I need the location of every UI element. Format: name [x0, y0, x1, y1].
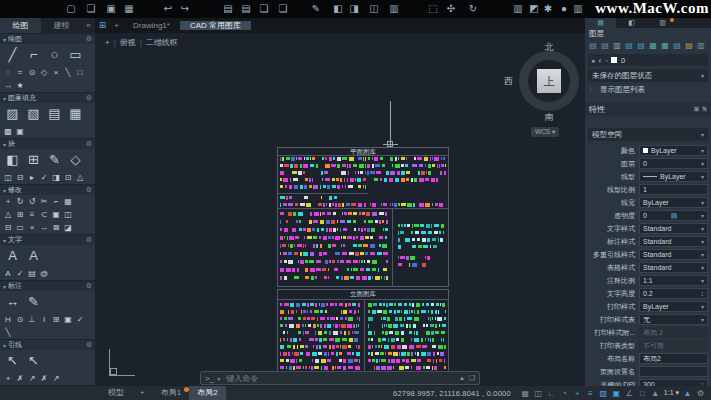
trim-tool-icon[interactable]: ✂ [38, 195, 50, 208]
chevron-down-icon[interactable]: ▾ [701, 264, 704, 271]
panel-tab-blocks[interactable]: ◧ [616, 18, 647, 28]
property-value[interactable]: 0.2↕ [639, 288, 708, 299]
gear-icon[interactable]: ⚙ [86, 236, 92, 244]
property-value[interactable]: Standard▾ [639, 249, 708, 260]
gradient-tool-icon[interactable]: ▤ [44, 103, 65, 125]
lineweight-icon[interactable]: ≡ [584, 389, 597, 398]
quick-select-icon[interactable]: ✎ [702, 106, 707, 112]
block-define-icon[interactable]: ⊟ [14, 171, 26, 184]
hatch-edit-icon[interactable]: ▩ [2, 125, 14, 138]
drawing-canvas[interactable]: +|俯视|二维线框 北 南 西 东 上 WCS ▾ 平面图库立面图库 >_ ▾ … [95, 33, 585, 386]
layer-thaw-icon[interactable]: ▦ [659, 40, 671, 52]
open-file-icon[interactable]: ❏ [83, 1, 99, 17]
transparency-icon[interactable]: ▤ [671, 212, 678, 220]
xref-attach-icon[interactable]: ◨ [346, 1, 362, 17]
viewport-control-1[interactable]: + [105, 38, 110, 47]
radius-dim-icon[interactable]: ⊙ [14, 313, 26, 326]
layer-properties-icon[interactable]: ▥ [386, 1, 402, 17]
circle-tool-icon[interactable]: ○ [44, 44, 65, 66]
command-input[interactable]: 键入命令 [226, 373, 455, 384]
property-value[interactable] [639, 366, 708, 377]
property-value[interactable]: ByLayer▾ [639, 145, 708, 156]
property-value[interactable]: ByLayer▾ [639, 171, 708, 182]
tolerance-icon[interactable]: ✓ [74, 313, 86, 326]
gear-icon[interactable]: ⚙ [86, 282, 92, 290]
angular-dim-icon[interactable]: I [38, 313, 50, 326]
array-tool-icon[interactable]: ▦ [62, 195, 74, 208]
section-header-文字[interactable]: ▾文字⚙ [0, 234, 95, 245]
center-mark-icon[interactable]: ▣ [62, 313, 74, 326]
boundary-tool-icon[interactable]: ▦ [65, 103, 86, 125]
selection-cycling-icon[interactable]: ▣ [610, 389, 623, 398]
linear-dim-tool-icon[interactable]: ↔ [2, 291, 23, 313]
region-tool-icon[interactable]: □ [74, 66, 86, 79]
chevron-down-icon[interactable]: ▾ [701, 277, 704, 284]
new-file-icon[interactable]: ▢ [63, 1, 79, 17]
plot-preview-icon[interactable]: ▤ [238, 1, 254, 17]
redo-icon[interactable]: ↪ [177, 1, 193, 17]
property-value[interactable]: 1 [639, 184, 708, 195]
copy-clip-icon[interactable]: ❏ [256, 1, 272, 17]
quick-dim-tool-icon[interactable]: ✎ [23, 291, 44, 313]
ordinate-dim-icon[interactable]: ⊥ [26, 313, 38, 326]
single-text-tool-icon[interactable]: A [23, 245, 44, 267]
chevron-down-icon[interactable]: ▾ [701, 303, 704, 310]
mtext-tool-icon[interactable]: A [2, 245, 23, 267]
layout-tab-布局2[interactable]: 布局2 [189, 386, 225, 400]
extend-tool-icon[interactable]: ⊂ [38, 208, 50, 221]
grid-icon[interactable]: ▦ [519, 389, 532, 398]
insert-block-icon[interactable]: ◧ [330, 1, 346, 17]
point-tool-icon[interactable]: × [50, 66, 62, 79]
show-layer-list-row[interactable]: 〉显示图层列表 [589, 85, 645, 95]
chevron-down-icon[interactable]: ▾ [701, 212, 704, 219]
layer-freeze-icon[interactable]: ▦ [647, 40, 659, 52]
line-tool-icon[interactable]: ╱ [2, 44, 23, 66]
wcs-dropdown[interactable]: WCS ▾ [531, 127, 559, 137]
lengthen-tool-icon[interactable]: ↔ [38, 221, 50, 234]
chevron-down-icon[interactable]: ▾ [701, 225, 704, 232]
arc-tool-icon[interactable]: ◌ [2, 66, 14, 79]
zoom-window-icon[interactable]: ⬚ [425, 1, 441, 17]
new-layer-icon[interactable]: ▤ [587, 40, 599, 52]
property-value[interactable]: ByLayer▾ [639, 301, 708, 312]
chevron-down-icon[interactable]: ▾ [701, 238, 704, 245]
chevron-down-icon[interactable]: ▾ [701, 251, 704, 258]
property-value[interactable]: Standard▾ [639, 223, 708, 234]
text-style-icon[interactable]: A [2, 267, 14, 280]
field-tool-icon[interactable]: @ [38, 267, 50, 280]
paste-clip-icon[interactable]: ❏ [275, 1, 291, 17]
snap-icon[interactable]: ◫ [532, 389, 545, 398]
write-block-icon[interactable]: ◫ [2, 171, 14, 184]
command-line[interactable]: >_ ▾ 键入命令 ▴ ❏ [200, 371, 480, 385]
add-leader-icon[interactable]: + [2, 372, 14, 385]
multileader-tool-icon[interactable]: ↖ [2, 350, 23, 372]
spline-tool-icon[interactable]: ≈ [14, 66, 26, 79]
leader-style-tool-icon[interactable]: ↖ [23, 350, 44, 372]
layer-off-icon[interactable]: ▤ [635, 40, 647, 52]
insert-block-tool-icon[interactable]: ◧ [2, 149, 23, 171]
clean-screen-icon[interactable]: □ [636, 389, 649, 398]
polygon-tool-icon[interactable]: ◇ [38, 66, 50, 79]
rotate-tool-icon[interactable]: ↻ [14, 195, 26, 208]
align-leader-icon[interactable]: ↗ [26, 372, 38, 385]
drawing-compare-icon[interactable]: ▥ [570, 1, 586, 17]
panel-tab-layers[interactable]: ▤ [585, 18, 616, 28]
offset-tool-icon[interactable]: ≡ [26, 208, 38, 221]
collapse-panel-button[interactable]: « [82, 18, 95, 33]
chevron-down-icon[interactable]: ▾ [701, 316, 704, 323]
break-tool-icon[interactable]: ▭ [14, 221, 26, 234]
undo-icon[interactable]: ↩ [160, 1, 176, 17]
gear-icon[interactable]: ⚙ [86, 186, 92, 194]
block-edit-tool-icon[interactable]: ✎ [44, 149, 65, 171]
layer-lock-state-icon[interactable]: ▫ [605, 57, 607, 64]
layer-lock-icon[interactable]: ▤ [671, 40, 683, 52]
panel-tab-properties-list[interactable]: ▥ [647, 18, 678, 28]
spinner-icon[interactable]: ↕ [701, 290, 705, 297]
property-value[interactable]: 0▤▾ [639, 210, 708, 221]
explode-tool-icon[interactable]: ◫ [62, 208, 74, 221]
command-window-icon[interactable]: ❏ [469, 374, 475, 382]
fillet-tool-icon[interactable]: ⌐ [50, 195, 62, 208]
orbit-icon[interactable]: ↻ [465, 1, 481, 17]
left-panel-tab-1[interactable]: 绘图 [0, 18, 41, 33]
attribute-sync-icon[interactable]: ✓ [38, 171, 50, 184]
